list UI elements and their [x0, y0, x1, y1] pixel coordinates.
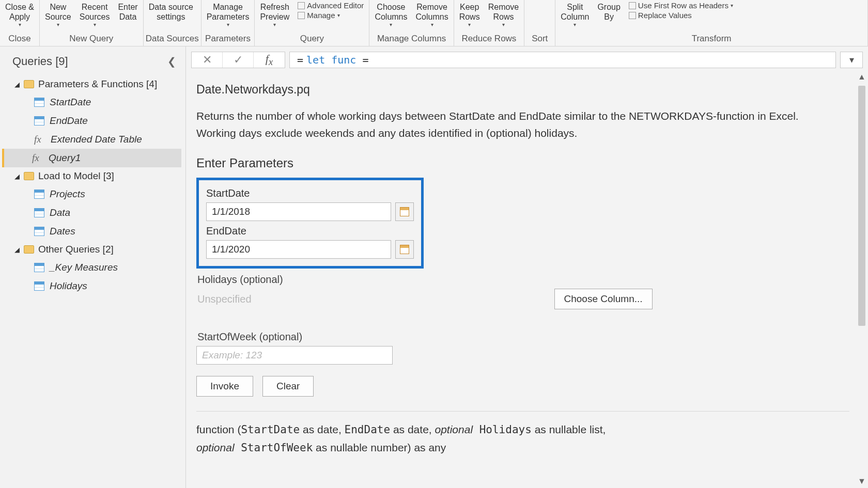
divider [196, 411, 849, 412]
query-enddate[interactable]: EndDate [4, 112, 181, 130]
formula-fx-button[interactable]: fx [254, 52, 285, 68]
ribbon-group-parameters: Parameters [204, 33, 253, 46]
enddate-input[interactable] [206, 240, 391, 259]
query-holidays[interactable]: Holidays [4, 277, 181, 295]
remove-columns-button[interactable]: RemoveColumns [413, 0, 452, 29]
ribbon-group-reducerows: Reduce Rows [456, 33, 522, 46]
remove-rows-button[interactable]: RemoveRows [485, 0, 522, 29]
caret-down-icon: ◢ [14, 172, 20, 180]
refresh-preview-button[interactable]: RefreshPreview [257, 0, 292, 29]
table-icon [34, 227, 44, 236]
manage-icon [298, 12, 305, 19]
queries-tree: ◢ Parameters & Functions [4] StartDate E… [0, 75, 185, 295]
advanced-editor-button[interactable]: Advanced Editor [298, 1, 364, 10]
clear-button[interactable]: Clear [262, 376, 314, 397]
startdate-calendar-button[interactable] [395, 202, 414, 221]
query-dates[interactable]: Dates [4, 222, 181, 241]
query-data[interactable]: Data [4, 203, 181, 222]
query-key-measures[interactable]: _Key Measures [4, 258, 181, 277]
group-other-queries[interactable]: ◢ Other Queries [2] [4, 241, 181, 258]
startdate-label: StartDate [206, 187, 414, 199]
use-first-row-headers-button[interactable]: Use First Row as Headers [629, 1, 733, 10]
function-title: Date.Networkdays.pq [196, 83, 849, 97]
table-icon [34, 263, 44, 272]
queries-header: Queries [9] [12, 55, 68, 68]
main-area: ✕ ✓ fx = let func = ▾ Date.Networkdays.p… [186, 46, 868, 488]
new-source-button[interactable]: NewSource [42, 0, 74, 29]
enddate-label: EndDate [206, 225, 414, 237]
recent-sources-button[interactable]: RecentSources [76, 0, 113, 29]
folder-icon [24, 80, 34, 88]
data-source-settings-button[interactable]: Data sourcesettings [146, 0, 196, 23]
manage-button[interactable]: Manage [298, 11, 364, 20]
fx-icon: fx [32, 152, 43, 164]
close-apply-button[interactable]: Close &Apply [2, 0, 37, 29]
ribbon-group-transform: Transform [557, 33, 865, 46]
ribbon-group-newquery: New Query [42, 33, 141, 46]
choose-column-button[interactable]: Choose Column... [554, 289, 653, 309]
function-description: Returns the number of whole working days… [196, 108, 806, 141]
formula-expand-button[interactable]: ▾ [840, 52, 863, 68]
replace-values-button[interactable]: Replace Values [629, 11, 733, 20]
query-startdate[interactable]: StartDate [4, 93, 181, 112]
enddate-calendar-button[interactable] [395, 240, 414, 259]
formula-input[interactable]: = let func = [289, 52, 836, 68]
group-by-button[interactable]: GroupBy [594, 0, 623, 23]
scroll-track[interactable] [858, 86, 865, 473]
choose-columns-button[interactable]: ChooseColumns [371, 0, 410, 29]
formula-bar: ✕ ✓ fx = let func = ▾ [186, 46, 868, 70]
ribbon-group-sort: Sort [526, 33, 553, 46]
holidays-value: Unspecified [197, 293, 252, 305]
ribbon-group-query: Query [257, 33, 367, 46]
scroll-up-icon[interactable]: ▲ [858, 70, 866, 84]
headers-icon [629, 2, 636, 9]
startdate-input[interactable] [206, 202, 391, 221]
vertical-scrollbar[interactable]: ▲ ▼ [857, 70, 867, 488]
query-extended-date-table[interactable]: fxExtended Date Table [4, 130, 181, 149]
table-icon [34, 116, 44, 125]
collapse-queries-icon[interactable]: ❮ [167, 55, 176, 68]
function-signature: function (StartDate as date, EndDate as … [196, 421, 849, 456]
holidays-label: Holidays (optional) [197, 274, 849, 286]
calendar-icon [400, 245, 409, 254]
ribbon-group-managecolumns: Manage Columns [371, 33, 451, 46]
table-icon [34, 190, 44, 199]
queries-pane: Queries [9] ❮ ◢ Parameters & Functions [… [0, 46, 186, 488]
group-load-to-model[interactable]: ◢ Load to Model [3] [4, 167, 181, 185]
group-parameters-functions[interactable]: ◢ Parameters & Functions [4] [4, 75, 181, 93]
table-icon [34, 281, 44, 291]
ribbon-group-datasources: Data Sources [146, 33, 199, 46]
startofweek-label: StartOfWeek (optional) [197, 331, 849, 343]
folder-icon [24, 172, 34, 180]
ribbon: Close &Apply Close NewSource RecentSourc… [0, 0, 868, 46]
caret-down-icon: ◢ [14, 81, 20, 88]
highlighted-parameters: StartDate EndDate [196, 178, 424, 269]
enter-data-button[interactable]: EnterData [115, 0, 141, 23]
scroll-thumb[interactable] [858, 86, 865, 325]
invoke-button[interactable]: Invoke [196, 376, 253, 397]
query-projects[interactable]: Projects [4, 185, 181, 203]
query-query1[interactable]: fxQuery1 [2, 149, 181, 167]
manage-parameters-button[interactable]: ManageParameters [204, 0, 253, 29]
replace-icon [629, 12, 636, 19]
enter-parameters-title: Enter Parameters [196, 156, 849, 170]
calendar-icon [400, 207, 409, 216]
keep-rows-button[interactable]: KeepRows [456, 0, 483, 29]
table-icon [34, 98, 44, 107]
editor-icon [298, 2, 305, 9]
fx-icon: fx [34, 134, 45, 145]
folder-icon [24, 245, 34, 254]
split-column-button[interactable]: SplitColumn [557, 0, 592, 29]
formula-cancel-button[interactable]: ✕ [192, 52, 223, 68]
table-icon [34, 208, 44, 217]
startofweek-input[interactable] [196, 346, 393, 365]
caret-down-icon: ◢ [14, 246, 20, 254]
ribbon-group-close: Close [2, 33, 37, 46]
scroll-down-icon[interactable]: ▼ [858, 475, 866, 488]
formula-confirm-button[interactable]: ✓ [223, 52, 254, 68]
